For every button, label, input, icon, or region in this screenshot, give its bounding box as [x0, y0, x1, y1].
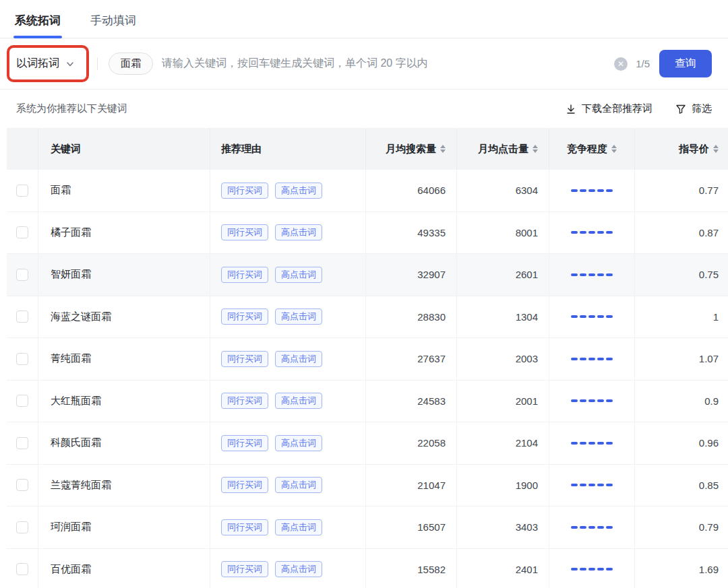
reason-cell: 同行买词高点击词 — [210, 212, 366, 254]
competition-dash — [571, 358, 578, 360]
keyword-input-placeholder[interactable]: 请输入关键词，按回车键生成关键词，单个词 20 字以内 — [162, 57, 428, 71]
sort-caret-icon[interactable] — [440, 145, 446, 153]
competition-dash — [606, 568, 613, 570]
row-checkbox-cell — [7, 549, 38, 588]
search-volume-cell: 21047 — [366, 465, 457, 507]
search-volume-value: 27637 — [417, 353, 446, 364]
click-volume-cell: 2401 — [457, 549, 549, 588]
row-checkbox[interactable] — [16, 563, 28, 575]
table-row[interactable]: 橘子面霜 同行买词高点击词 49335 8001 0.87 — [7, 212, 728, 255]
competition-dash — [588, 568, 595, 570]
table-body: 面霜 同行买词高点击词 64066 6304 0.77 橘子面霜 同行买词高点击… — [7, 170, 728, 588]
keyword-cell: 百优面霜 — [38, 549, 210, 588]
competition-dash — [597, 315, 604, 318]
reason-tag: 同行买词 — [221, 477, 268, 493]
competition-dash — [597, 189, 604, 192]
search-volume-value: 16507 — [417, 521, 446, 533]
click-volume-value: 1304 — [516, 311, 538, 323]
table-header: 关键词 推荐理由 月均搜索量 月均点击量 竞争程度 指导价 — [7, 128, 728, 170]
tab-system-expand[interactable]: 系统拓词 — [13, 2, 62, 38]
sort-caret-icon[interactable] — [713, 145, 719, 153]
hint-row: 系统为你推荐以下关键词 下载全部推荐词 筛选 — [0, 90, 728, 128]
competition-dash — [606, 442, 613, 445]
search-volume-value: 21047 — [417, 480, 446, 491]
reason-cell: 同行买词高点击词 — [210, 422, 366, 464]
competition-dash — [571, 231, 578, 234]
tab-label: 系统拓词 — [15, 14, 61, 27]
mode-dropdown[interactable]: 以词拓词 — [16, 57, 74, 71]
reason-tags: 同行买词高点击词 — [221, 393, 322, 409]
reason-tag: 同行买词 — [221, 267, 268, 283]
header-guide-price[interactable]: 指导价 — [635, 128, 728, 170]
keyword-text: 百优面霜 — [51, 563, 91, 576]
sort-caret-icon[interactable] — [533, 145, 538, 153]
header-monthly-search[interactable]: 月均搜索量 — [366, 128, 457, 170]
competition-level-indicator — [571, 273, 613, 276]
row-checkbox[interactable] — [16, 226, 28, 238]
header-competition[interactable]: 竞争程度 — [549, 128, 635, 170]
competition-dash — [588, 273, 595, 276]
row-checkbox[interactable] — [16, 269, 28, 281]
guide-price-value: 0.79 — [699, 521, 719, 533]
table-row[interactable]: 面霜 同行买词高点击词 64066 6304 0.77 — [7, 170, 728, 212]
keyword-chip[interactable]: 面霜 — [109, 53, 153, 75]
table-row[interactable]: 科颜氏面霜 同行买词高点击词 22058 2104 0.96 — [7, 422, 728, 465]
download-all-button[interactable]: 下载全部推荐词 — [566, 102, 653, 115]
clear-input-icon[interactable]: ✕ — [614, 57, 628, 71]
table-row[interactable]: 海蓝之谜面霜 同行买词高点击词 28830 1304 1 — [7, 296, 728, 339]
competition-cell — [549, 338, 635, 380]
row-checkbox-cell — [7, 338, 38, 380]
search-volume-value: 49335 — [417, 227, 446, 238]
competition-dash — [580, 526, 586, 529]
reason-cell: 同行买词高点击词 — [210, 170, 366, 211]
row-checkbox[interactable] — [16, 521, 28, 533]
click-volume-value: 3403 — [516, 521, 538, 533]
competition-dash — [580, 273, 586, 276]
tabs-bar: 系统拓词 手动填词 — [0, 0, 728, 38]
reason-tag: 高点击词 — [275, 519, 322, 535]
table-row[interactable]: 珂润面霜 同行买词高点击词 16507 3403 0.79 — [7, 507, 728, 549]
sort-caret-icon[interactable] — [611, 145, 617, 153]
click-volume-value: 2003 — [516, 353, 538, 364]
competition-dash — [597, 442, 604, 445]
row-checkbox[interactable] — [16, 353, 28, 365]
search-volume-cell: 22058 — [366, 422, 457, 464]
row-checkbox[interactable] — [16, 437, 28, 449]
download-all-label: 下载全部推荐词 — [582, 102, 653, 115]
reason-tag: 同行买词 — [221, 183, 268, 199]
reason-tag: 高点击词 — [275, 183, 322, 199]
click-volume-cell: 2104 — [457, 422, 549, 464]
search-volume-value: 64066 — [417, 185, 446, 196]
search-volume-cell: 64066 — [366, 170, 457, 211]
table-row[interactable]: 菁纯面霜 同行买词高点击词 27637 2003 1.07 — [7, 338, 728, 381]
keyword-cell: 科颜氏面霜 — [38, 422, 210, 464]
guide-price-cell: 0.9 — [635, 381, 728, 422]
header-label: 关键词 — [51, 143, 81, 156]
keyword-expansion-panel: 系统拓词 手动填词 以词拓词 面霜 请输入关键词，按回车键生成关键词，单个词 2… — [0, 0, 728, 588]
row-checkbox[interactable] — [16, 395, 28, 407]
row-checkbox[interactable] — [16, 311, 28, 323]
search-volume-cell: 15582 — [366, 549, 457, 588]
table-row[interactable]: 百优面霜 同行买词高点击词 15582 2401 1.69 — [7, 549, 728, 588]
row-checkbox-cell — [7, 296, 38, 338]
row-checkbox[interactable] — [16, 479, 28, 491]
keyword-text: 海蓝之谜面霜 — [51, 311, 111, 323]
reason-cell: 同行买词高点击词 — [210, 296, 366, 338]
filter-button[interactable]: 筛选 — [675, 102, 712, 115]
reason-tags: 同行买词高点击词 — [221, 561, 322, 577]
competition-dash — [580, 231, 586, 234]
competition-dash — [580, 442, 586, 445]
reason-tag: 同行买词 — [221, 435, 268, 451]
competition-dash — [588, 399, 595, 402]
search-button[interactable]: 查询 — [659, 50, 712, 77]
reason-tag: 高点击词 — [275, 224, 322, 240]
header-monthly-clicks[interactable]: 月均点击量 — [457, 128, 549, 170]
table-row[interactable]: 兰蔻菁纯面霜 同行买词高点击词 21047 1900 0.85 — [7, 465, 728, 507]
tab-manual-fill[interactable]: 手动填词 — [89, 2, 138, 38]
competition-dash — [571, 315, 578, 318]
header-keyword: 关键词 — [38, 128, 210, 170]
reason-cell: 同行买词高点击词 — [210, 507, 366, 548]
table-row[interactable]: 智妍面霜 同行买词高点击词 32907 2601 0.75 — [7, 254, 728, 296]
table-row[interactable]: 大红瓶面霜 同行买词高点击词 24583 2001 0.9 — [7, 381, 728, 423]
row-checkbox[interactable] — [16, 185, 28, 197]
